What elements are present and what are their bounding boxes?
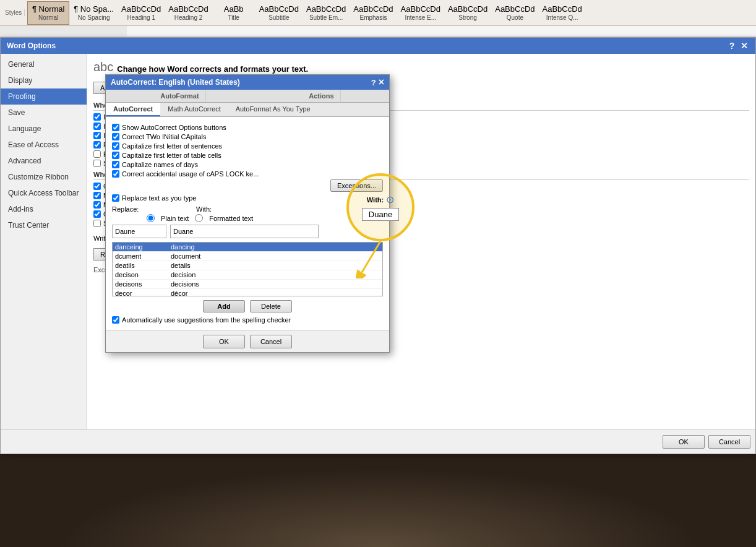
word-options-footer: OK Cancel	[1, 429, 755, 454]
grammar-checkbox-0[interactable]	[93, 183, 101, 190]
replace-text-label: Replace text as you type	[122, 194, 196, 202]
delete-button[interactable]: Delete	[250, 300, 292, 312]
style-item-normal[interactable]: ¶ NormalNormal	[27, 1, 69, 25]
auto-suggest-checkbox[interactable]	[112, 316, 119, 324]
spelling-checkbox-3[interactable]	[93, 141, 101, 149]
actions-tab-header[interactable]: Actions	[303, 90, 340, 102]
list-replace-4: decisons	[115, 280, 171, 288]
style-item-subtitle[interactable]: AaBbCcDdSubtitle	[256, 1, 302, 25]
formatted-text-label: Formatted text	[209, 215, 253, 222]
word-options-ok-button[interactable]: OK	[663, 435, 705, 449]
nav-item-trust[interactable]: Trust Center	[1, 217, 87, 233]
ruler-content	[0, 26, 756, 37]
style-item-no-space[interactable]: ¶ No Spa...No Spacing	[71, 1, 117, 25]
autocorrect-cb-row-5: Correct accidental usage of cAPS LOCK ke…	[112, 170, 383, 178]
nav-item-customize[interactable]: Customize Ribbon	[1, 169, 87, 185]
autocorrect-checkbox-4[interactable]	[112, 161, 119, 168]
spelling-checkbox-0[interactable]	[93, 113, 101, 121]
nav-item-display[interactable]: Display	[1, 72, 87, 88]
spelling-checkbox-4[interactable]	[93, 150, 101, 158]
autocorrect-checkbox-0[interactable]	[112, 124, 119, 131]
autocorrect-checkboxes: Show AutoCorrect Options buttons Correct…	[112, 124, 383, 178]
add-button[interactable]: Add	[203, 300, 245, 312]
grammar-checkbox-4[interactable]	[93, 220, 101, 227]
nav-item-quickaccess[interactable]: Quick Access Toolbar	[1, 185, 87, 201]
autocorrect-list: danceing dancingdcument documentdeatils …	[112, 242, 383, 296]
spelling-checkbox-2[interactable]	[93, 132, 101, 139]
autoformat-asyoutype-tab[interactable]: AutoFormat As You Type	[228, 103, 318, 116]
styles-toolbar: Styles ¶ NormalNormal¶ No Spa...No Spaci…	[0, 0, 756, 26]
list-replace-0: danceing	[115, 243, 171, 251]
replace-input[interactable]	[112, 225, 166, 238]
autoformat-tab-header[interactable]: AutoFormat	[154, 90, 205, 102]
list-row-3[interactable]: decison decision	[113, 270, 382, 280]
main-area: Word Options ? ✕ GeneralDisplayProofingS…	[0, 37, 756, 547]
replace-label: Replace:	[112, 205, 143, 213]
spelling-checkbox-1[interactable]	[93, 123, 101, 130]
dialog-close-button[interactable]: ×	[379, 77, 384, 87]
list-with-4: decisions	[171, 280, 380, 288]
dialog-help-button[interactable]: ?	[371, 78, 376, 87]
styles-list: ¶ NormalNormal¶ No Spa...No SpacingAaBbC…	[27, 1, 754, 25]
style-item-title[interactable]: AaBbTitle	[213, 1, 255, 25]
nav-item-save[interactable]: Save	[1, 105, 87, 121]
grammar-checkbox-3[interactable]	[93, 210, 101, 218]
nav-item-language[interactable]: Language	[1, 121, 87, 137]
style-item-subtle-em[interactable]: AaBbCcDdSubtle Em...	[303, 1, 349, 25]
grammar-checkbox-2[interactable]	[93, 201, 101, 209]
style-item-strong[interactable]: AaBbCcDdStrong	[445, 1, 491, 25]
list-row-2[interactable]: deatils details	[113, 261, 382, 270]
style-item-emphasis[interactable]: AaBbCcDdEmphasis	[350, 1, 396, 25]
word-options-titlebar: Word Options ? ✕	[1, 38, 755, 54]
list-replace-3: decison	[115, 271, 171, 278]
autocorrect-dialog: AutoCorrect: English (United States) ? ×…	[105, 74, 390, 353]
autocorrect-cb-row-1: Correct TWo INitial CApitals	[112, 133, 383, 140]
list-row-4[interactable]: decisons decisions	[113, 280, 382, 289]
autocorrect-cancel-button[interactable]: Cancel	[250, 335, 292, 348]
exceptions-button[interactable]: Exceptions...	[330, 179, 383, 192]
word-options-cancel-button[interactable]: Cancel	[708, 435, 750, 449]
autocorrect-tab[interactable]: AutoCorrect	[106, 103, 160, 116]
ruler	[0, 26, 756, 37]
list-row-5[interactable]: decor décor	[113, 289, 382, 296]
autocorrect-label-1: Correct TWo INitial CApitals	[122, 133, 207, 140]
autocorrect-label-2: Capitalize first letter of sentences	[122, 142, 222, 150]
autocorrect-cb-row-3: Capitalize first letter of table cells	[112, 152, 383, 159]
style-item-heading2[interactable]: AaBbCcDdHeading 2	[165, 1, 211, 25]
replace-text-checkbox[interactable]	[112, 194, 119, 202]
nav-item-general[interactable]: General	[1, 56, 87, 72]
autocorrect-title: AutoCorrect: English (United States)	[111, 78, 240, 87]
close-button[interactable]: ✕	[739, 41, 749, 51]
spelling-checkbox-5[interactable]	[93, 160, 101, 167]
style-item-heading1[interactable]: AaBbCcDdHeading 1	[118, 1, 164, 25]
help-button[interactable]: ?	[727, 41, 737, 51]
background-photo	[0, 454, 756, 547]
nav-item-addins[interactable]: Add-ins	[1, 201, 87, 217]
word-options-title: Word Options	[7, 41, 56, 50]
autocorrect-titlebar: AutoCorrect: English (United States) ? ×	[106, 75, 389, 90]
autocorrect-checkbox-2[interactable]	[112, 142, 119, 150]
list-row-0[interactable]: danceing dancing	[113, 243, 382, 252]
autocorrect-label-0: Show AutoCorrect Options buttons	[122, 124, 226, 131]
list-row-1[interactable]: dcument document	[113, 252, 382, 261]
autocorrect-checkbox-1[interactable]	[112, 133, 119, 140]
style-item-intense-q[interactable]: AaBbCcDdIntense Q...	[539, 1, 585, 25]
autocorrect-checkbox-5[interactable]	[112, 170, 119, 178]
nav-item-advanced[interactable]: Advanced	[1, 153, 87, 169]
grammar-checkbox-1[interactable]	[93, 192, 101, 199]
with-input[interactable]	[170, 225, 319, 238]
add-delete-row: Add Delete	[112, 300, 383, 312]
style-item-quote[interactable]: AaBbCcDdQuote	[492, 1, 538, 25]
autocorrect-ok-button[interactable]: OK	[203, 335, 245, 348]
autocorrect-label-4: Capitalize names of days	[122, 161, 198, 168]
autocorrect-checkbox-3[interactable]	[112, 152, 119, 159]
formatted-text-radio[interactable]	[195, 214, 203, 222]
nav-item-proofing[interactable]: Proofing	[1, 88, 87, 105]
style-item-intense-e[interactable]: AaBbCcDdIntense E...	[398, 1, 444, 25]
replace-options: Plain text Formatted text	[147, 214, 383, 222]
plain-text-radio[interactable]	[147, 214, 155, 222]
with-label: With:	[196, 205, 227, 213]
list-replace-1: dcument	[115, 252, 171, 260]
math-autocorrect-tab[interactable]: Math AutoCorrect	[160, 103, 228, 116]
nav-item-ease[interactable]: Ease of Access	[1, 137, 87, 153]
